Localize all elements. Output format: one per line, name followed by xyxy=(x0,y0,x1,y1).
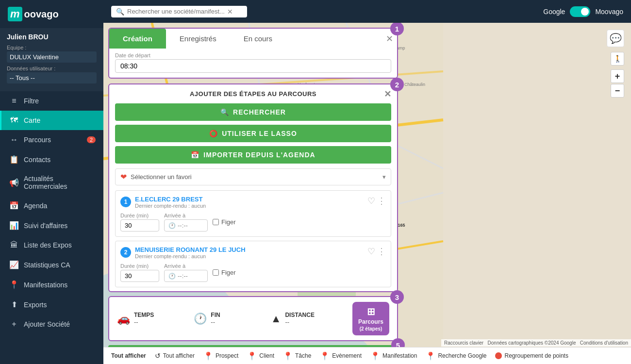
rechercher-button[interactable]: 🔍 RECHERCHER xyxy=(115,103,391,121)
tabs-close-button[interactable]: ✕ xyxy=(386,33,393,44)
toggle-area: Google Moovago xyxy=(543,6,623,17)
sidebar-item-manifestations[interactable]: 📍 Manifestations xyxy=(0,275,103,295)
favori-selector[interactable]: ❤ Sélectionner un favori ▾ xyxy=(115,168,391,185)
bubble-1: 1 xyxy=(390,23,404,35)
map-area[interactable]: Brest Saint-Renan Landerneau Landivisiau… xyxy=(103,23,631,364)
search-input[interactable] xyxy=(127,8,224,15)
agenda-button[interactable]: 📅 IMPORTER DEPUIS L'AGENDA xyxy=(115,146,391,164)
sidebar-item-label: Statistiques CA xyxy=(24,261,70,269)
tab-creation[interactable]: Création xyxy=(109,29,166,49)
clock-icon: 🕐 xyxy=(168,222,176,229)
moovago-label: Moovago xyxy=(595,8,623,16)
distance-val: -- xyxy=(285,318,314,326)
steps-title: AJOUTER DES ÉTAPES AU PARCOURS xyxy=(190,90,316,98)
sidebar-item-label: Agenda xyxy=(24,202,47,210)
stop-2-more-icon[interactable]: ⋮ xyxy=(377,246,386,257)
stat-temps-text: TEMPS -- xyxy=(134,312,154,326)
lasso-button[interactable]: ⭕ UTILISER LE LASSO xyxy=(115,125,391,142)
zoom-in-button[interactable]: + xyxy=(611,69,624,83)
user-section: Julien BROU Equipe : DULUX Valentine Don… xyxy=(0,28,103,91)
stop-1-sub: Dernier compte-rendu : aucun xyxy=(135,203,364,209)
username: Julien BROU xyxy=(7,33,97,41)
sidebar-item-carte[interactable]: 🗺 Carte xyxy=(0,111,103,130)
stop-2-name: MENUISERIE ROGNANT 29 LE JUCH xyxy=(135,246,364,253)
clock-icon-stat: 🕐 xyxy=(194,313,207,325)
refresh-icon: ↺ xyxy=(155,352,161,360)
sidebar-item-label: Ajouter Société xyxy=(24,320,70,328)
stop-2-sub: Dernier compte-rendu : aucun xyxy=(135,253,364,259)
data-select[interactable]: -- Tous -- xyxy=(7,72,97,83)
manif-icon: 📍 xyxy=(9,280,19,289)
logo: m oovago xyxy=(8,7,59,21)
stop-1-more-icon[interactable]: ⋮ xyxy=(377,196,386,206)
stop-2-arrivee-group: Arrivée à 🕐 --:-- xyxy=(164,263,208,282)
stop-1-favorite-icon[interactable]: ♡ xyxy=(367,196,375,206)
stop-1-info: E.LECLERC 29 BREST Dernier compte-rendu … xyxy=(135,196,364,209)
search-box[interactable]: 🔍 ✕ xyxy=(111,6,247,17)
sidebar-item-agenda[interactable]: 📅 Agenda xyxy=(0,196,103,215)
team-select[interactable]: DULUX Valentine xyxy=(7,51,97,63)
sidebar-logo-area: m oovago xyxy=(0,0,103,28)
sidebar-item-contacts[interactable]: 📋 Contacts xyxy=(0,149,103,169)
evenement-icon: 📍 xyxy=(320,351,330,361)
sidebar-item-label: Liste des Expos xyxy=(24,241,72,249)
svg-text:Châteaulin: Châteaulin xyxy=(404,82,425,87)
data-label: Données utilisateur : xyxy=(7,66,97,71)
sidebar-item-stats[interactable]: 📈 Statistiques CA xyxy=(0,255,103,275)
street-view-button[interactable]: 🚶 xyxy=(611,52,624,66)
suivi-icon: 📊 xyxy=(9,221,19,230)
temps-label: TEMPS xyxy=(134,312,154,318)
sidebar-item-label: Contacts xyxy=(24,156,50,164)
clock-icon-2: 🕐 xyxy=(168,273,176,280)
legend-bar: Tout afficher ↺ Tout afficher 📍 Prospect… xyxy=(103,347,631,364)
stop-2-arrivee-input[interactable]: 🕐 --:-- xyxy=(164,270,208,282)
sidebar-item-label: Exports xyxy=(24,301,47,309)
stop-1-figer-input[interactable] xyxy=(213,219,219,225)
stop-1-arrivee-input[interactable]: 🕐 --:-- xyxy=(164,219,208,232)
chevron-down-icon: ▾ xyxy=(382,173,386,181)
stop-2-favorite-icon[interactable]: ♡ xyxy=(367,246,375,257)
zoom-out-button[interactable]: − xyxy=(611,84,624,98)
client-icon: 📍 xyxy=(247,351,257,361)
sidebar-item-label: Filtre xyxy=(24,97,39,105)
steps-close-button[interactable]: ✕ xyxy=(384,89,392,99)
stop-1-arrivee-val: --:-- xyxy=(178,222,188,229)
stop-1-duree-input[interactable] xyxy=(120,219,159,232)
map-copyright: Raccourcis clavier Données cartographiqu… xyxy=(441,339,631,347)
lasso-icon: ⭕ xyxy=(209,130,218,137)
sidebar-item-suivi[interactable]: 📊 Suivi d'affaires xyxy=(0,215,103,235)
contacts-icon: 📋 xyxy=(9,155,19,164)
news-icon: 📢 xyxy=(9,178,19,187)
sidebar-item-add-societe[interactable]: + Ajouter Société xyxy=(0,314,103,334)
sidebar-item-parcours[interactable]: ↔ Parcours 2 xyxy=(0,130,103,149)
stop-2-header: 2 MENUISERIE ROGNANT 29 LE JUCH Dernier … xyxy=(120,246,386,259)
search-clear-icon[interactable]: ✕ xyxy=(227,8,233,16)
stop-2-duree-input[interactable] xyxy=(120,270,159,282)
sidebar-item-actualites[interactable]: 📢 Actualités Commerciales xyxy=(0,169,103,196)
chat-button[interactable]: 💬 xyxy=(607,30,624,47)
google-moovago-toggle[interactable] xyxy=(570,6,590,17)
stop-1-arrivee-label: Arrivée à xyxy=(164,213,208,218)
tab-en-cours[interactable]: En cours xyxy=(230,29,286,49)
sidebar-item-filtre[interactable]: ≡ Filtre xyxy=(0,91,103,111)
legend-client: 📍 Client xyxy=(247,351,274,361)
stop-1-actions: ♡ ⋮ xyxy=(367,196,386,206)
sidebar-item-expos[interactable]: 🏛 Liste des Expos xyxy=(0,235,103,255)
stop-2-figer-checkbox[interactable]: Figer xyxy=(213,269,236,276)
sidebar-item-exports[interactable]: ⬆ Exports xyxy=(0,295,103,314)
date-label: Date de départ xyxy=(115,52,391,58)
stop-2-figer-input[interactable] xyxy=(213,269,219,276)
date-input[interactable] xyxy=(115,59,391,73)
stats-icon: 📈 xyxy=(9,260,19,269)
team-label: Equipe : xyxy=(7,45,97,50)
parcours-badge-box: ⊞ Parcours (2 étapes) xyxy=(352,302,389,335)
stop-2-arrivee-label: Arrivée à xyxy=(164,263,208,269)
google-label: Google xyxy=(543,8,565,16)
tab-enregistres[interactable]: Enregistrés xyxy=(166,29,230,49)
topbar: 🔍 ✕ Google Moovago xyxy=(103,0,631,23)
stop-2-fields: Durée (min) Arrivée à 🕐 --:-- Figer xyxy=(120,263,386,282)
stop-1-figer-checkbox[interactable]: Figer xyxy=(213,218,236,226)
legend-tout-afficher[interactable]: ↺ Tout afficher xyxy=(155,352,195,360)
legend-tache: 📍 Tâche xyxy=(283,351,311,361)
prospect-icon: 📍 xyxy=(203,351,213,361)
